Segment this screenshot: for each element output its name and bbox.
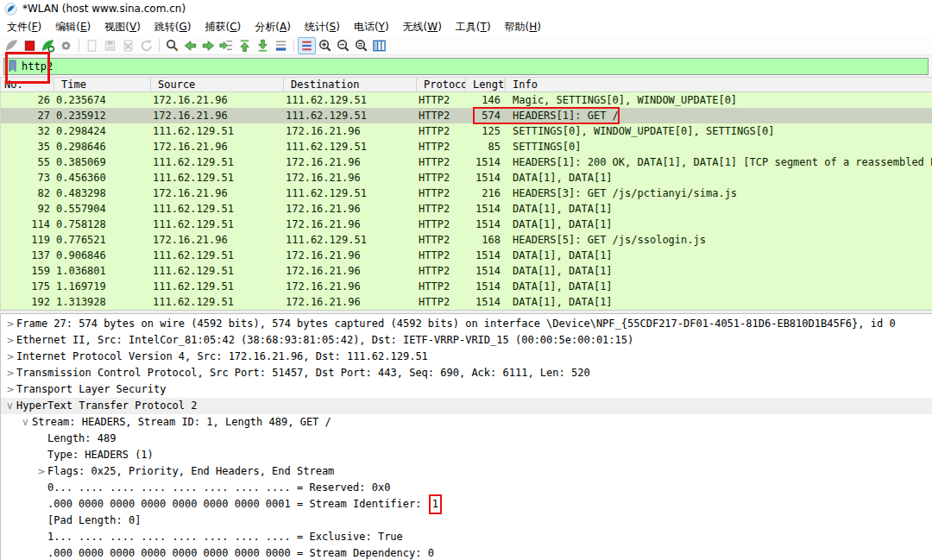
packet-row[interactable]: 920.557904111.62.129.51172.16.21.96HTTP2…: [1, 201, 932, 217]
menu-bar: 文件(F) 编辑(E) 视图(V) 跳转(G) 捕获(C) 分析(A) 统计(S…: [0, 17, 932, 36]
detail-line-stream-identifier[interactable]: .000 0000 0000 0000 0000 0000 0000 0001 …: [1, 496, 932, 513]
expander-icon[interactable]: [4, 332, 16, 349]
detail-line-ethernet[interactable]: Ethernet II, Src: IntelCor_81:05:42 (38:…: [1, 332, 932, 349]
detail-line-type[interactable]: Type: HEADERS (1): [1, 447, 932, 463]
menu-tools[interactable]: 工具(T): [449, 17, 498, 37]
zoom-reset-icon[interactable]: [352, 37, 370, 54]
menu-help[interactable]: 帮助(H): [498, 17, 548, 37]
menu-analyze[interactable]: 分析(A): [248, 17, 298, 37]
detail-line-http2[interactable]: HyperText Transfer Protocol 2: [1, 398, 932, 414]
detail-line-ip[interactable]: Internet Protocol Version 4, Src: 172.16…: [1, 349, 932, 365]
menu-statistics[interactable]: 统计(S): [298, 17, 347, 37]
detail-line-reserved[interactable]: 0... .... .... .... .... .... .... .... …: [1, 480, 932, 496]
go-last-packet-icon[interactable]: [254, 37, 272, 54]
packet-row[interactable]: 1591.036801111.62.129.51172.16.21.96HTTP…: [1, 263, 932, 279]
packet-row[interactable]: 260.235674172.16.21.96111.62.129.51HTTP2…: [1, 92, 932, 108]
open-file-icon[interactable]: [83, 37, 101, 54]
packet-row[interactable]: 1190.776521172.16.21.96111.62.129.51HTTP…: [1, 232, 932, 248]
detail-line-length[interactable]: Length: 489: [1, 431, 932, 447]
detail-line-stream-dependency[interactable]: .000 0000 0000 0000 0000 0000 0000 0000 …: [1, 545, 932, 560]
expander-icon[interactable]: [35, 463, 47, 480]
go-back-icon[interactable]: [181, 37, 199, 54]
packet-list: No. Time Source Destination Protocol Len…: [0, 78, 932, 310]
col-header-protocol[interactable]: Protocol: [417, 78, 466, 91]
go-first-packet-icon[interactable]: [236, 37, 254, 54]
packet-row[interactable]: 1370.906846111.62.129.51172.16.21.96HTTP…: [1, 248, 932, 263]
packet-row[interactable]: 320.298424111.62.129.51172.16.21.96HTTP2…: [1, 123, 932, 139]
packet-row[interactable]: 1921.313928111.62.129.51172.16.21.96HTTP…: [1, 294, 932, 310]
close-file-icon[interactable]: [119, 37, 137, 54]
detail-line-exclusive[interactable]: 1... .... .... .... .... .... .... .... …: [1, 529, 932, 545]
toolbar-separator: [79, 39, 79, 52]
packet-row[interactable]: 350.298646172.16.21.96111.62.129.51HTTP2…: [1, 139, 932, 154]
main-toolbar: [0, 36, 932, 55]
detail-line-flags[interactable]: Flags: 0x25, Priority, End Headers, End …: [1, 463, 932, 480]
col-header-source[interactable]: Source: [151, 78, 284, 91]
stream-identifier-annotation-box: 1: [429, 494, 442, 514]
restart-capture-icon[interactable]: [39, 37, 57, 54]
packet-list-header: No. Time Source Destination Protocol Len…: [1, 78, 932, 92]
resize-columns-icon[interactable]: [370, 37, 388, 54]
title-bar: *WLAN (host www.sina.com.cn): [0, 0, 932, 17]
col-header-length[interactable]: Length: [466, 78, 506, 91]
menu-view[interactable]: 视图(V): [98, 17, 148, 37]
col-header-no[interactable]: No.: [1, 78, 54, 91]
go-to-packet-icon[interactable]: [217, 37, 236, 54]
filter-bar: http2: [0, 55, 932, 78]
go-forward-icon[interactable]: [199, 37, 217, 54]
zoom-out-icon[interactable]: [334, 37, 352, 54]
window-title: *WLAN (host www.sina.com.cn): [22, 3, 186, 15]
packet-row[interactable]: 1140.758128111.62.129.51172.16.21.96HTTP…: [1, 217, 932, 232]
menu-telephony[interactable]: 电话(Y): [347, 17, 396, 37]
save-file-icon[interactable]: [101, 37, 119, 54]
col-header-destination[interactable]: Destination: [284, 78, 417, 91]
packet-row[interactable]: 1751.169719111.62.129.51172.16.21.96HTTP…: [1, 279, 932, 294]
colorize-packets-icon[interactable]: [298, 37, 316, 54]
menu-capture[interactable]: 捕获(C): [198, 17, 249, 37]
capture-options-icon[interactable]: [57, 37, 75, 54]
expander-icon[interactable]: [20, 414, 32, 431]
wireshark-logo-icon: [4, 3, 17, 16]
col-header-info[interactable]: Info: [506, 78, 932, 91]
start-capture-icon[interactable]: [3, 37, 21, 54]
expander-icon[interactable]: [4, 349, 16, 365]
packet-row[interactable]: 730.456360111.62.129.51172.16.21.96HTTP2…: [1, 170, 932, 186]
reload-icon[interactable]: [137, 37, 155, 54]
stop-capture-icon[interactable]: [21, 37, 39, 54]
menu-wireless[interactable]: 无线(W): [396, 17, 449, 37]
detail-line-pad-length[interactable]: [Pad Length: 0]: [1, 513, 932, 529]
packet-detail-pane: Frame 27: 574 bytes on wire (4592 bits),…: [0, 313, 932, 560]
menu-go[interactable]: 跳转(G): [148, 17, 198, 37]
menu-edit[interactable]: 编辑(E): [48, 17, 98, 37]
filter-value: http2: [22, 60, 53, 72]
expander-icon[interactable]: [4, 398, 16, 414]
detail-line-tcp[interactable]: Transmission Control Protocol, Src Port:…: [1, 365, 932, 381]
expander-icon[interactable]: [4, 316, 16, 332]
detail-line-frame[interactable]: Frame 27: 574 bytes on wire (4592 bits),…: [1, 316, 932, 332]
packet-row-selected[interactable]: 270.235912172.16.21.96111.62.129.51HTTP2…: [1, 108, 932, 123]
auto-scroll-icon[interactable]: [272, 37, 290, 54]
zoom-in-icon[interactable]: [316, 37, 334, 54]
menu-file[interactable]: 文件(F): [0, 17, 48, 37]
expander-icon[interactable]: [4, 381, 16, 398]
packet-row[interactable]: 820.483298172.16.21.96111.62.129.51HTTP2…: [1, 186, 932, 201]
find-packet-icon[interactable]: [163, 37, 181, 54]
filter-bookmark-icon[interactable]: [8, 60, 17, 72]
col-header-time[interactable]: Time: [54, 78, 151, 91]
detail-line-stream[interactable]: Stream: HEADERS, Stream ID: 1, Length 48…: [1, 414, 932, 431]
toolbar-separator: [159, 39, 160, 52]
toolbar-separator: [293, 39, 294, 52]
packet-row[interactable]: 550.385069111.62.129.51172.16.21.96HTTP2…: [1, 154, 932, 170]
display-filter-input[interactable]: http2: [3, 58, 929, 75]
expander-icon[interactable]: [4, 365, 16, 381]
detail-line-tls[interactable]: Transport Layer Security: [1, 381, 932, 398]
